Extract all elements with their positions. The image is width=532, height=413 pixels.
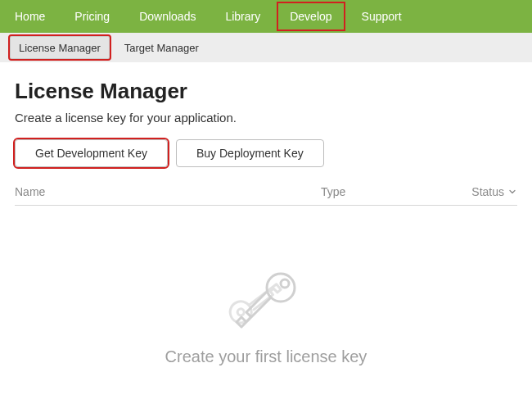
get-development-key-button[interactable]: Get Development Key — [15, 139, 168, 167]
nav-downloads[interactable]: Downloads — [124, 0, 210, 33]
main-content: License Manager Create a license key for… — [0, 62, 532, 366]
tab-license-manager[interactable]: License Manager — [10, 36, 110, 59]
button-row: Get Development Key Buy Deployment Key — [15, 139, 517, 167]
column-type[interactable]: Type — [321, 185, 452, 198]
svg-point-3 — [281, 279, 289, 288]
nav-library[interactable]: Library — [210, 0, 275, 33]
nav-support[interactable]: Support — [347, 0, 417, 33]
buy-deployment-key-button[interactable]: Buy Deployment Key — [176, 139, 324, 167]
nav-home[interactable]: Home — [0, 0, 60, 33]
chevron-down-icon — [507, 187, 517, 197]
empty-message: Create your first license key — [15, 347, 517, 366]
empty-state: Create your first license key — [15, 263, 517, 366]
column-status-label: Status — [471, 185, 504, 198]
top-nav: Home Pricing Downloads Library Develop S… — [0, 0, 532, 33]
sub-nav: License Manager Target Manager — [0, 33, 532, 62]
page-subtitle: Create a license key for your applicatio… — [15, 111, 517, 125]
table-header: Name Type Status — [15, 185, 517, 206]
page-title: License Manager — [15, 79, 517, 104]
nav-develop[interactable]: Develop — [275, 0, 346, 33]
nav-pricing[interactable]: Pricing — [60, 0, 124, 33]
keys-icon — [217, 263, 315, 336]
svg-point-1 — [237, 308, 245, 316]
tab-target-manager[interactable]: Target Manager — [116, 36, 207, 59]
column-status[interactable]: Status — [452, 185, 517, 198]
column-name[interactable]: Name — [15, 185, 321, 198]
